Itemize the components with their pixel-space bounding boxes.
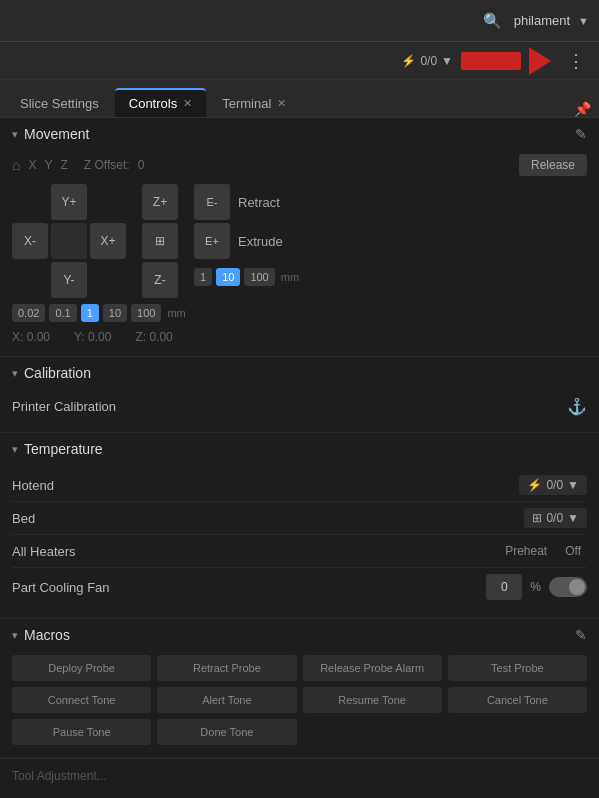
jog-area: Y+ X- X+ Y- Z+ ⊞ Z- (12, 184, 587, 298)
temperature-chevron: ▾ (12, 443, 18, 456)
progress-bar (461, 52, 521, 70)
macro-resume-tone[interactable]: Resume Tone (303, 687, 442, 713)
calibration-header[interactable]: ▾ Calibration (0, 357, 599, 389)
coord-y: Y: 0.00 (74, 330, 111, 344)
nozzle-icon: ⚡ (527, 478, 542, 492)
z-jog: Z+ ⊞ Z- (142, 184, 178, 298)
user-label: philament (514, 13, 570, 28)
macros-chevron: ▾ (12, 629, 18, 642)
movement-section: ▾ Movement ✎ ⌂ X Y Z Z Offset: 0 Release (0, 118, 599, 357)
top-bar: 🔍 philament ▼ (0, 0, 599, 42)
xy-step-1[interactable]: 1 (81, 304, 99, 322)
xy-grid: Y+ X- X+ Y- (12, 184, 126, 298)
x-minus-button[interactable]: X- (12, 223, 48, 259)
part-cooling-label: Part Cooling Fan (12, 580, 110, 595)
all-heaters-row: All Heaters Preheat Off (12, 535, 587, 568)
y-plus-button[interactable]: Y+ (51, 184, 87, 220)
user-dropdown-arrow[interactable]: ▼ (578, 15, 589, 27)
heaters-off-button[interactable]: Off (559, 541, 587, 561)
calibration-content: Printer Calibration ⚓ (0, 389, 599, 432)
z-plus-button[interactable]: Z+ (142, 184, 178, 220)
pin-icon[interactable]: 📌 (574, 101, 591, 117)
e-step-10[interactable]: 10 (216, 268, 240, 286)
z-offset-label: Z Offset: (84, 158, 130, 172)
tab-terminal[interactable]: Terminal ✕ (208, 90, 300, 117)
calibration-title: Calibration (24, 365, 91, 381)
print-icon: ⚡ (401, 54, 416, 68)
retract-row: E- Retract (194, 184, 299, 220)
tab-controls-close[interactable]: ✕ (183, 97, 192, 110)
calibration-chevron: ▾ (12, 367, 18, 380)
macro-retract-probe[interactable]: Retract Probe (157, 655, 296, 681)
part-cooling-row: Part Cooling Fan % (12, 568, 587, 606)
temperature-header[interactable]: ▾ Temperature (0, 433, 599, 465)
retract-label: Retract (238, 195, 280, 210)
macros-title: Macros (24, 627, 70, 643)
tab-controls[interactable]: Controls ✕ (115, 88, 206, 117)
macro-pause-tone[interactable]: Pause Tone (12, 719, 151, 745)
hotend-dropdown[interactable]: ▼ (567, 478, 579, 492)
x-plus-button[interactable]: X+ (90, 223, 126, 259)
macro-cancel-tone[interactable]: Cancel Tone (448, 687, 587, 713)
coordinates-row: X: 0.00 Y: 0.00 Z: 0.00 (12, 330, 587, 344)
xy-unit: mm (167, 307, 185, 319)
calibration-nav-icon[interactable]: ⚓ (567, 397, 587, 416)
bottom-hint-text: Tool Adjustment... (12, 769, 107, 783)
xy-step-01[interactable]: 0.1 (49, 304, 76, 322)
macros-section: ▾ Macros ✎ Deploy Probe Retract Probe Re… (0, 619, 599, 758)
macro-connect-tone[interactable]: Connect Tone (12, 687, 151, 713)
e-minus-button[interactable]: E- (194, 184, 230, 220)
bed-control: ⊞ 0/0 ▼ (524, 508, 587, 528)
movement-header[interactable]: ▾ Movement ✎ (0, 118, 599, 150)
home-icon[interactable]: ⌂ (12, 157, 20, 173)
bed-dropdown[interactable]: ▼ (567, 511, 579, 525)
bed-icon: ⊞ (532, 511, 542, 525)
main-content: ▾ Movement ✎ ⌂ X Y Z Z Offset: 0 Release (0, 118, 599, 798)
macro-test-probe[interactable]: Test Probe (448, 655, 587, 681)
xy-step-002[interactable]: 0.02 (12, 304, 45, 322)
tab-terminal-close[interactable]: ✕ (277, 97, 286, 110)
print-dropdown[interactable]: ▼ (441, 54, 453, 68)
movement-chevron: ▾ (12, 128, 18, 141)
temperature-content: Hotend ⚡ 0/0 ▼ Bed ⊞ 0/0 ▼ (0, 465, 599, 618)
more-options-button[interactable]: ⋮ (563, 48, 589, 74)
hotend-label: Hotend (12, 478, 54, 493)
e-step-100[interactable]: 100 (244, 268, 274, 286)
fan-percent-input[interactable] (486, 574, 522, 600)
bottom-hint: Tool Adjustment... (0, 758, 599, 793)
temperature-title: Temperature (24, 441, 103, 457)
e-step-row: 1 10 100 mm (194, 268, 299, 286)
e-unit: mm (281, 271, 299, 283)
arrow-right-icon (529, 47, 551, 75)
xy-step-100[interactable]: 100 (131, 304, 161, 322)
macros-edit-icon[interactable]: ✎ (575, 627, 587, 643)
tabs-bar: Slice Settings Controls ✕ Terminal ✕ 📌 (0, 80, 599, 118)
macros-header[interactable]: ▾ Macros ✎ (0, 619, 599, 651)
hotend-row: Hotend ⚡ 0/0 ▼ (12, 469, 587, 502)
bed-label: Bed (12, 511, 35, 526)
z-center: ⊞ (142, 223, 178, 259)
tab-slice-settings[interactable]: Slice Settings (6, 90, 113, 117)
printer-calibration-label: Printer Calibration (12, 399, 116, 414)
xy-step-10[interactable]: 10 (103, 304, 127, 322)
bed-value: ⊞ 0/0 ▼ (524, 508, 587, 528)
release-button[interactable]: Release (519, 154, 587, 176)
fan-control: % (486, 574, 587, 600)
macro-alert-tone[interactable]: Alert Tone (157, 687, 296, 713)
hotend-value: ⚡ 0/0 ▼ (519, 475, 587, 495)
xy-jog: Y+ X- X+ Y- (12, 184, 126, 298)
axis-y-label: Y (44, 158, 52, 172)
fan-toggle[interactable] (549, 577, 587, 597)
macro-release-probe-alarm[interactable]: Release Probe Alarm (303, 655, 442, 681)
z-offset-value: 0 (138, 158, 145, 172)
macro-deploy-probe[interactable]: Deploy Probe (12, 655, 151, 681)
e-step-1[interactable]: 1 (194, 268, 212, 286)
e-plus-button[interactable]: E+ (194, 223, 230, 259)
y-minus-button[interactable]: Y- (51, 262, 87, 298)
preheat-button[interactable]: Preheat (499, 541, 553, 561)
search-icon[interactable]: 🔍 (479, 8, 506, 34)
macro-done-tone[interactable]: Done Tone (157, 719, 296, 745)
z-minus-button[interactable]: Z- (142, 262, 178, 298)
movement-edit-icon[interactable]: ✎ (575, 126, 587, 142)
heaters-control: Preheat Off (499, 541, 587, 561)
